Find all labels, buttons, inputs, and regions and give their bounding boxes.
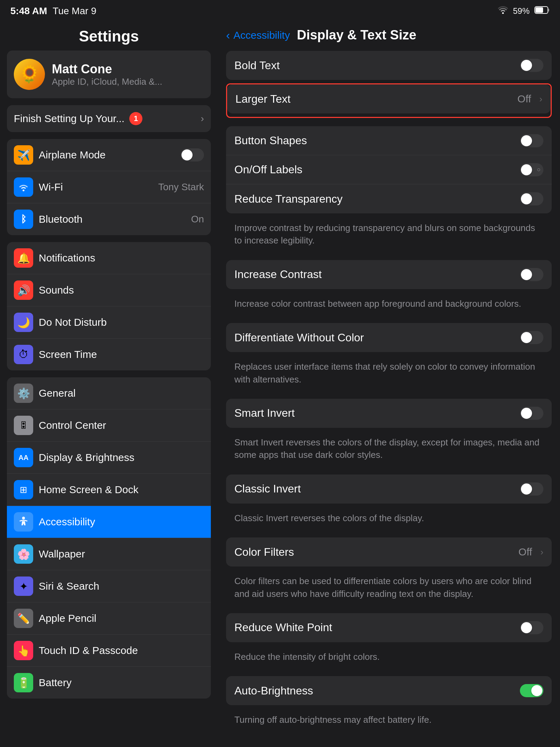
sidebar-item-homescreen[interactable]: ⊞ Home Screen & Dock	[7, 474, 211, 506]
wifi-value: Tony Stark	[158, 182, 204, 193]
settings-group-general: ⚙️ General 🎛 Control Center AA Display &…	[7, 377, 211, 699]
largertext-value: Off	[517, 93, 531, 105]
controlcenter-label: Control Center	[39, 419, 204, 431]
sidebar-item-touchid[interactable]: 👆 Touch ID & Passcode	[7, 635, 211, 667]
right-item-onofflabels[interactable]: On/Off Labels ○	[226, 155, 552, 184]
donotdisturb-label: Do Not Disturb	[39, 316, 204, 328]
right-item-reducewhitepoint[interactable]: Reduce White Point	[226, 613, 552, 642]
right-panel: ‹ Accessibility Display & Text Size Bold…	[218, 21, 560, 747]
display-icon: AA	[14, 448, 33, 467]
right-item-reducetransparency[interactable]: Reduce Transparency	[226, 184, 552, 213]
reducetransparency-toggle[interactable]	[520, 192, 543, 205]
sidebar-item-accessibility[interactable]: Accessibility	[7, 506, 211, 538]
sidebar-item-notifications[interactable]: 🔔 Notifications	[7, 242, 211, 274]
svg-point-3	[22, 517, 25, 519]
back-chevron-icon: ‹	[226, 28, 230, 42]
sidebar-item-sounds[interactable]: 🔊 Sounds	[7, 274, 211, 306]
boldtext-toggle[interactable]	[520, 59, 543, 72]
back-button[interactable]: Accessibility	[233, 29, 290, 41]
reducewhitepoint-group: Reduce White Point	[226, 613, 552, 642]
controlcenter-icon: 🎛	[14, 416, 33, 435]
contrast-group: Increase Contrast	[226, 260, 552, 289]
right-item-boldtext[interactable]: Bold Text	[226, 51, 552, 80]
sounds-icon: 🔊	[14, 280, 33, 300]
airplane-label: Airplane Mode	[39, 149, 175, 161]
sidebar-item-donotdisturb[interactable]: 🌙 Do Not Disturb	[7, 306, 211, 339]
differentiate-label: Differentiate Without Color	[234, 331, 514, 344]
avatar: 🌻	[14, 59, 45, 90]
classicinvert-description: Classic Invert reverses the colors of th…	[226, 507, 552, 531]
largertext-label: Larger Text	[235, 93, 512, 105]
right-item-largertext[interactable]: Larger Text Off ›	[227, 84, 551, 113]
increasecontrast-label: Increase Contrast	[234, 268, 514, 281]
increasecontrast-toggle[interactable]	[520, 268, 543, 281]
accessibility-label: Accessibility	[39, 516, 204, 528]
larger-text-group: Larger Text Off ›	[227, 84, 551, 113]
touchid-icon: 👆	[14, 641, 33, 660]
notifications-label: Notifications	[39, 252, 204, 264]
reducewhitepoint-label: Reduce White Point	[234, 621, 514, 634]
sidebar-item-screentime[interactable]: ⏱ Screen Time	[7, 339, 211, 370]
right-item-classicinvert[interactable]: Classic Invert	[226, 474, 552, 504]
sidebar-item-display[interactable]: AA Display & Brightness	[7, 442, 211, 474]
bluetooth-icon: ᛒ	[14, 210, 33, 229]
sidebar-item-battery[interactable]: 🔋 Battery	[7, 667, 211, 699]
right-item-buttonshapes[interactable]: Button Shapes	[226, 126, 552, 155]
differentiate-toggle[interactable]	[520, 331, 543, 344]
profile-card[interactable]: 🌻 Matt Cone Apple ID, iCloud, Media &...	[7, 50, 211, 98]
sidebar-item-siri[interactable]: ✦ Siri & Search	[7, 570, 211, 602]
applepencil-icon: ✏️	[14, 609, 33, 628]
main-layout: Settings 🌻 Matt Cone Apple ID, iCloud, M…	[0, 21, 560, 747]
status-time: 5:48 AM	[10, 6, 47, 17]
sidebar-item-controlcenter[interactable]: 🎛 Control Center	[7, 409, 211, 442]
right-group-text: Bold Text Larger Text Off › Butto	[226, 51, 552, 253]
battery-percentage: 59%	[513, 6, 530, 16]
battery-icon	[534, 6, 550, 16]
right-item-autobrightness[interactable]: Auto-Brightness	[226, 676, 552, 705]
siri-label: Siri & Search	[39, 580, 204, 592]
colorfilters-label: Color Filters	[234, 546, 513, 559]
largertext-chevron: ›	[539, 94, 542, 104]
o-symbol: ○	[537, 166, 541, 173]
sidebar-item-airplane[interactable]: ✈️ Airplane Mode	[7, 139, 211, 171]
sounds-label: Sounds	[39, 284, 204, 296]
right-item-smartinvert[interactable]: Smart Invert	[226, 399, 552, 428]
sidebar-item-general[interactable]: ⚙️ General	[7, 377, 211, 409]
classicinvert-toggle[interactable]	[520, 482, 543, 496]
settings-group-network: ✈️ Airplane Mode Wi-Fi Tony Stark ᛒ Blue…	[7, 139, 211, 235]
status-bar: 5:48 AM Tue Mar 9 59%	[0, 0, 560, 21]
sidebar-item-wallpaper[interactable]: 🌸 Wallpaper	[7, 538, 211, 570]
sidebar-item-applepencil[interactable]: ✏️ Apple Pencil	[7, 602, 211, 635]
battery-label: Battery	[39, 677, 204, 689]
right-item-increasecontrast[interactable]: Increase Contrast	[226, 260, 552, 289]
sidebar-item-wifi[interactable]: Wi-Fi Tony Stark	[7, 171, 211, 203]
sidebar-item-bluetooth[interactable]: ᛒ Bluetooth On	[7, 203, 211, 235]
general-icon: ⚙️	[14, 384, 33, 403]
colorfilters-group: Color Filters Off ›	[226, 537, 552, 566]
shapes-group: Button Shapes On/Off Labels ○ Reduce Tra…	[226, 126, 552, 213]
reducewhitepoint-toggle[interactable]	[520, 621, 543, 634]
sep3	[226, 316, 552, 323]
setup-banner[interactable]: Finish Setting Up Your... 1 ›	[7, 105, 211, 132]
colorfilters-description: Color filters can be used to differentia…	[226, 570, 552, 606]
transparency-description: Improve contrast by reducing transparenc…	[226, 217, 552, 253]
classicinvert-group: Classic Invert	[226, 474, 552, 504]
airplane-toggle[interactable]	[180, 148, 204, 162]
battery-icon-sidebar: 🔋	[14, 673, 33, 692]
applepencil-label: Apple Pencil	[39, 612, 204, 624]
buttonshapes-toggle[interactable]	[520, 134, 543, 147]
right-item-colorfilters[interactable]: Color Filters Off ›	[226, 537, 552, 566]
reducetransparency-label: Reduce Transparency	[234, 193, 514, 205]
boldtext-label: Bold Text	[234, 59, 514, 72]
status-date: Tue Mar 9	[53, 6, 96, 17]
screentime-label: Screen Time	[39, 349, 204, 360]
onofflabels-toggle[interactable]: ○	[520, 163, 543, 176]
profile-sub: Apple ID, iCloud, Media &...	[52, 76, 162, 87]
profile-info: Matt Cone Apple ID, iCloud, Media &...	[52, 62, 162, 87]
right-item-differentiate[interactable]: Differentiate Without Color	[226, 323, 552, 352]
sep5	[226, 468, 552, 474]
classicinvert-label: Classic Invert	[234, 482, 514, 495]
smartinvert-toggle[interactable]	[520, 407, 543, 420]
autobrightness-toggle[interactable]	[520, 684, 543, 697]
sep1	[226, 119, 552, 126]
